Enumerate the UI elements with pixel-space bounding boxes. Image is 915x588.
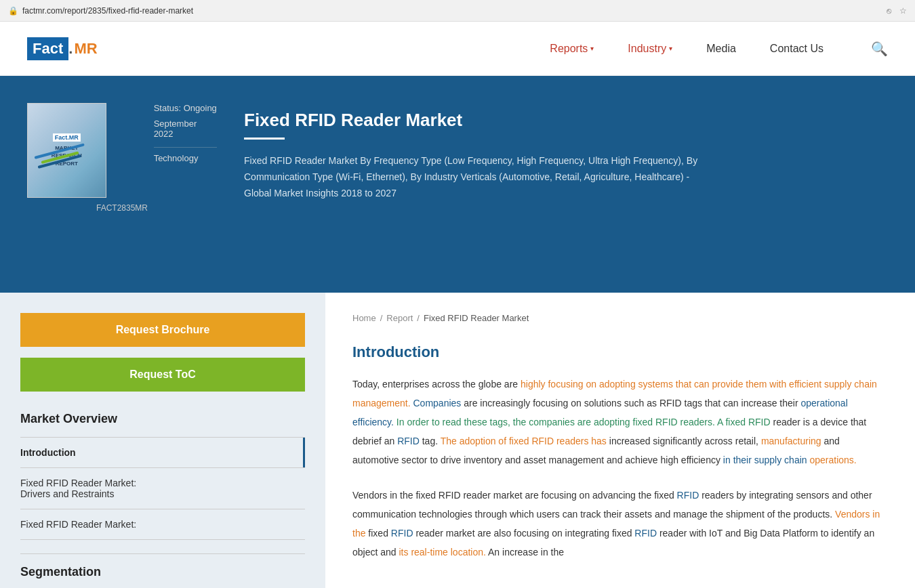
report-status: Status: Ongoing <box>154 103 217 113</box>
contact-label: Contact Us <box>770 43 824 55</box>
main-nav: Reports ▾ Industry ▾ Media Contact Us 🔍 <box>550 41 888 57</box>
header: Fact . MR Reports ▾ Industry ▾ Media Con… <box>0 22 915 76</box>
cover-logo: Fact.MR <box>53 133 81 142</box>
request-brochure-button[interactable]: Request Brochure <box>20 313 305 347</box>
nav-contact[interactable]: Contact Us <box>770 43 824 55</box>
highlight-15: its real-time location. <box>399 547 486 558</box>
hero-divider <box>244 138 285 140</box>
content-paragraph2: Vendors in the fixed RFID reader market … <box>352 486 888 562</box>
logo-fact: Fact <box>27 37 68 60</box>
content-paragraph1: Today, enterprises across the globe are … <box>352 375 888 469</box>
highlight-3: Companies <box>413 398 462 408</box>
highlight-10: operations. <box>809 455 856 465</box>
highlight-1: highly focusing on adopting systems that… <box>521 379 710 390</box>
logo-mr: MR <box>73 40 97 58</box>
url-bar: 🔒 factmr.com/report/2835/fixed-rfid-read… <box>8 6 193 16</box>
segmentation-title: Segmentation <box>20 553 305 579</box>
reports-chevron: ▾ <box>590 45 594 52</box>
highlight-14: RFID <box>634 528 657 539</box>
highlight-9: in their supply chain <box>723 455 807 465</box>
highlight-13: RFID <box>391 528 413 539</box>
nav-reports[interactable]: Reports ▾ <box>550 43 594 55</box>
cover-lines <box>35 156 99 190</box>
report-cover: Fact.MR MARKETRESEARCHREPORT <box>27 103 106 198</box>
url-text: factmr.com/report/2835/fixed-rfid-reader… <box>22 6 193 16</box>
nav-media[interactable]: Media <box>706 43 736 55</box>
highlight-11: RFID <box>677 490 699 501</box>
industry-chevron: ▾ <box>669 45 672 52</box>
share-icon[interactable]: ⎋ <box>887 6 891 16</box>
body-area: Request Brochure Request ToC Market Over… <box>0 293 915 588</box>
breadcrumb-home[interactable]: Home <box>352 313 376 323</box>
sidebar: Request Brochure Request ToC Market Over… <box>0 293 325 588</box>
media-label: Media <box>706 43 736 55</box>
report-id: FACT2835MR <box>96 203 148 213</box>
highlight-7: The adoption of fixed RFID readers has <box>441 436 607 446</box>
sidebar-item-introduction[interactable]: Introduction <box>20 438 305 468</box>
section-title: Introduction <box>352 343 888 361</box>
main-content: Home / Report / Fixed RFID Reader Market… <box>325 293 915 588</box>
report-meta: Status: Ongoing September 2022 Technolog… <box>154 103 217 163</box>
market-overview-title: Market Overview <box>20 412 305 426</box>
search-icon[interactable]: 🔍 <box>871 41 888 57</box>
report-date: September 2022 <box>154 119 217 139</box>
breadcrumb-current: Fixed RFID Reader Market <box>424 313 529 323</box>
sidebar-menu: Introduction Fixed RFID Reader Market:Dr… <box>20 437 305 540</box>
hero-right: Fixed RFID Reader Market Fixed RFID Read… <box>244 103 888 201</box>
industry-label: Industry <box>628 43 666 55</box>
hero-section: Fact.MR MARKETRESEARCHREPORT Status: Ong… <box>0 76 915 293</box>
breadcrumb-report[interactable]: Report <box>386 313 413 323</box>
sidebar-item-drivers[interactable]: Fixed RFID Reader Market:Drivers and Res… <box>20 468 305 509</box>
browser-icons: ⎋ ☆ <box>887 6 907 16</box>
highlight-8: manufacturing <box>761 436 821 446</box>
report-category: Technology <box>154 147 217 163</box>
star-icon[interactable]: ☆ <box>899 6 907 16</box>
sidebar-item-market[interactable]: Fixed RFID Reader Market: <box>20 509 305 540</box>
hero-description: Fixed RFID Reader Market By Frequency Ty… <box>244 153 705 201</box>
highlight-5: In order to read these tags, the compani… <box>396 417 771 427</box>
breadcrumb: Home / Report / Fixed RFID Reader Market <box>352 313 888 323</box>
nav-industry[interactable]: Industry ▾ <box>628 43 672 55</box>
left-panel: Fact.MR MARKETRESEARCHREPORT Status: Ong… <box>27 103 217 213</box>
lock-icon: 🔒 <box>8 6 18 16</box>
highlight-12: Vendors in the <box>352 509 880 539</box>
browser-bar: 🔒 factmr.com/report/2835/fixed-rfid-read… <box>0 0 915 22</box>
sidebar-buttons: Request Brochure Request ToC <box>20 313 305 392</box>
breadcrumb-sep1: / <box>380 313 383 323</box>
reports-label: Reports <box>550 43 588 55</box>
breadcrumb-sep2: / <box>417 313 420 323</box>
highlight-6: RFID <box>397 436 420 446</box>
hero-info: Fact.MR MARKETRESEARCHREPORT Status: Ong… <box>27 103 217 198</box>
request-toc-button[interactable]: Request ToC <box>20 358 305 392</box>
hero-title: Fixed RFID Reader Market <box>244 110 888 131</box>
logo[interactable]: Fact . MR <box>27 37 98 60</box>
